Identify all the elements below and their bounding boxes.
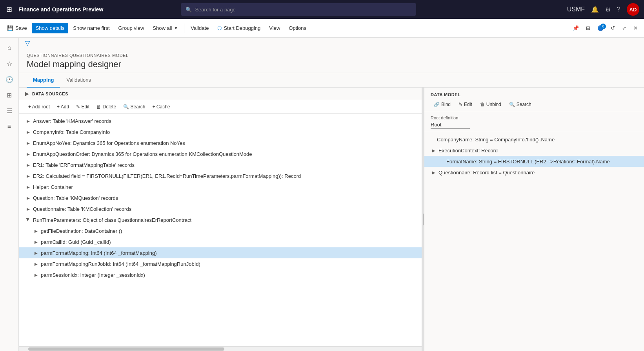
top-bar-right-area: USMF 🔔 ⚙ ? AD [567, 3, 639, 16]
delete-button[interactable]: 🗑 Delete [93, 102, 119, 111]
avatar[interactable]: AD [627, 3, 639, 16]
tree-item-text: ER1: Table 'ERFormatMappingTable' record… [33, 162, 415, 168]
tree-item-text: Questionnaire: Table 'KMCollection' reco… [33, 206, 415, 212]
tree-item-text: getFileDestination: DataContainer () [41, 228, 415, 234]
search-input[interactable] [195, 7, 411, 13]
app-title: Finance and Operations Preview [18, 6, 103, 13]
tree-item[interactable]: ▶EnumAppNoYes: Dynamics 365 for Operatio… [19, 137, 422, 148]
tree-item[interactable]: ▶Questionnaire: Table 'KMCollection' rec… [19, 203, 422, 214]
filter-row: ▽ [19, 38, 644, 48]
tree-item[interactable]: ▶ER1: Table 'ERFormatMappingTable' recor… [19, 159, 422, 170]
add-root-button[interactable]: + Add root [25, 102, 53, 111]
start-debugging-button[interactable]: ⬡ Start Debugging [213, 23, 264, 33]
chevron-icon: ▶ [25, 217, 31, 223]
unbind-button[interactable]: 🗑 Unbind [477, 100, 504, 109]
waffle-icon[interactable]: ⊞ [5, 4, 14, 15]
options-button[interactable]: Options [285, 23, 310, 33]
sidebar-filter-icon[interactable]: ☰ [2, 104, 16, 118]
data-model-title: DATA MODEL [431, 92, 638, 97]
refresh-button[interactable]: ↺ [608, 23, 618, 33]
data-sources-title: DATA SOURCES [32, 91, 68, 96]
scrollbar-thumb[interactable] [28, 347, 224, 351]
edit-button[interactable]: ✎ Edit [73, 102, 93, 111]
notification-icon[interactable]: 🔔 [591, 6, 599, 13]
tab-mapping[interactable]: Mapping [27, 73, 60, 88]
tree-item[interactable]: ▶ER2: Calculated field = FIRSTORNULL(FIL… [19, 170, 422, 181]
help-icon[interactable]: ? [617, 6, 620, 13]
data-sources-header: ▶ DATA SOURCES [19, 88, 422, 100]
tree-item[interactable]: ▶EnumAppQuestionOrder: Dynamics 365 for … [19, 148, 422, 159]
sidebar-home-icon[interactable]: ⌂ [2, 41, 16, 55]
data-model-header: DATA MODEL 🔗 Bind ✎ Edit 🗑 Unbind [424, 88, 644, 112]
view-button[interactable]: View [265, 23, 284, 33]
dm-item-text: ExecutionContext: Record [438, 148, 498, 154]
data-container: ▶ DATA SOURCES + Add root + Add ✎ Edit 🗑… [19, 88, 644, 351]
sidebar-workspace-icon[interactable]: ⊞ [2, 88, 16, 102]
dm-edit-button[interactable]: ✎ Edit [455, 100, 475, 109]
tree-item[interactable]: ▶Helper: Container [19, 181, 422, 192]
tree-item[interactable]: ▶CompanyInfo: Table CompanyInfo [19, 126, 422, 137]
tree-item-text: Question: Table 'KMQuestion' records [33, 195, 415, 201]
main-toolbar: 💾 Save Show details Show name first Grou… [0, 19, 644, 38]
tree-item[interactable]: ▶Answer: Table 'KMAnswer' records [19, 115, 422, 126]
chevron-icon: ▶ [431, 169, 437, 176]
group-view-button[interactable]: Group view [115, 23, 148, 33]
edit-icon: ✎ [458, 102, 462, 107]
global-search[interactable]: 🔍 [181, 3, 416, 16]
data-sources-tree: ▶Answer: Table 'KMAnswer' records▶Compan… [19, 114, 422, 346]
add-button[interactable]: + Add [54, 102, 72, 111]
chevron-icon: ▶ [33, 250, 39, 256]
tree-item[interactable]: ▶RunTimeParameters: Object of class Ques… [19, 214, 422, 225]
page-title: Model mapping designer [27, 59, 636, 69]
tree-item[interactable]: ▶parmFormatMappingRunJobId: Int64 (Int64… [19, 258, 422, 269]
pin-button[interactable]: 📌 [569, 23, 582, 33]
dm-item-text: CompanyName: String = CompanyInfo.'find(… [437, 137, 555, 143]
tree-item-text: parmCallId: Guid (Guid _callId) [41, 239, 415, 245]
search-button[interactable]: 🔍 Search [120, 102, 148, 111]
toolbar-separator [184, 24, 184, 33]
data-model-toolbar: 🔗 Bind ✎ Edit 🗑 Unbind 🔍 [431, 100, 638, 109]
show-name-first-button[interactable]: Show name first [69, 23, 113, 33]
save-button[interactable]: 💾 Save [3, 23, 31, 33]
show-all-button[interactable]: Show all ▼ [149, 23, 182, 33]
data-sources-panel: ▶ DATA SOURCES + Add root + Add ✎ Edit 🗑… [19, 88, 422, 351]
chevron-icon: ▶ [25, 151, 31, 157]
tree-item-text: parmFormatMappingRunJobId: Int64 (Int64 … [41, 261, 415, 267]
dm-tree-item[interactable]: CompanyName: String = CompanyInfo.'find(… [424, 134, 644, 145]
page-header: QUESTIONNAIRES QUESTIONNAIRES MODEL Mode… [19, 48, 644, 73]
filter-icon[interactable]: ▽ [25, 39, 30, 47]
bind-button[interactable]: 🔗 Bind [431, 100, 454, 109]
tree-item[interactable]: ▶parmSessionIdx: Integer (Integer _sessi… [19, 269, 422, 280]
tree-item[interactable]: ▶parmFormatMapping: Int64 (Int64 _format… [19, 247, 422, 258]
tree-item[interactable]: ▶getFileDestination: DataContainer () [19, 225, 422, 236]
chevron-icon: ▶ [25, 129, 31, 135]
settings-icon[interactable]: ⚙ [605, 6, 611, 13]
close-button[interactable]: ✕ [630, 23, 641, 33]
horizontal-scrollbar[interactable] [19, 346, 422, 351]
dm-item-text: Questionnaire: Record list = Questionnai… [438, 170, 535, 176]
sidebar-recent-icon[interactable]: 🕐 [2, 72, 16, 86]
tree-item[interactable]: ▶parmCallId: Guid (Guid _callId) [19, 236, 422, 247]
user-company: USMF [567, 6, 585, 13]
main-layout: ⌂ ☆ 🕐 ⊞ ☰ ≡ ▽ QUESTIONNAIRES QUESTIONNAI… [0, 38, 644, 351]
chevron-down-icon: ▼ [174, 26, 178, 30]
tab-validations[interactable]: Validations [60, 73, 97, 88]
badge-button[interactable]: 🔵 0 [594, 23, 607, 33]
tree-item[interactable]: ▶Question: Table 'KMQuestion' records [19, 192, 422, 203]
show-details-button[interactable]: Show details [32, 23, 69, 33]
dm-search-button[interactable]: 🔍 Search [506, 100, 535, 109]
expand-button[interactable]: ⤢ [619, 23, 629, 33]
dm-tree-item[interactable]: ▶FormatName: String = FIRSTORNULL (ER2.'… [424, 156, 644, 167]
sidebar-favorites-icon[interactable]: ☆ [2, 57, 16, 71]
sidebar-menu-icon[interactable]: ≡ [2, 119, 16, 133]
cache-button[interactable]: + Cache [149, 102, 173, 111]
ds-toggle-icon[interactable]: ▶ [25, 91, 29, 97]
validate-button[interactable]: Validate [187, 23, 213, 33]
root-definition-label: Root definition [431, 115, 638, 120]
side-panel-button[interactable]: ⊟ [583, 23, 593, 33]
tree-item-text: parmFormatMapping: Int64 (Int64 _formatM… [41, 250, 415, 256]
data-model-panel: DATA MODEL 🔗 Bind ✎ Edit 🗑 Unbind [424, 88, 644, 351]
tree-item-text: EnumAppQuestionOrder: Dynamics 365 for O… [33, 151, 415, 157]
dm-tree-item[interactable]: ▶ExecutionContext: Record [424, 145, 644, 156]
dm-tree-item[interactable]: ▶Questionnaire: Record list = Questionna… [424, 167, 644, 178]
